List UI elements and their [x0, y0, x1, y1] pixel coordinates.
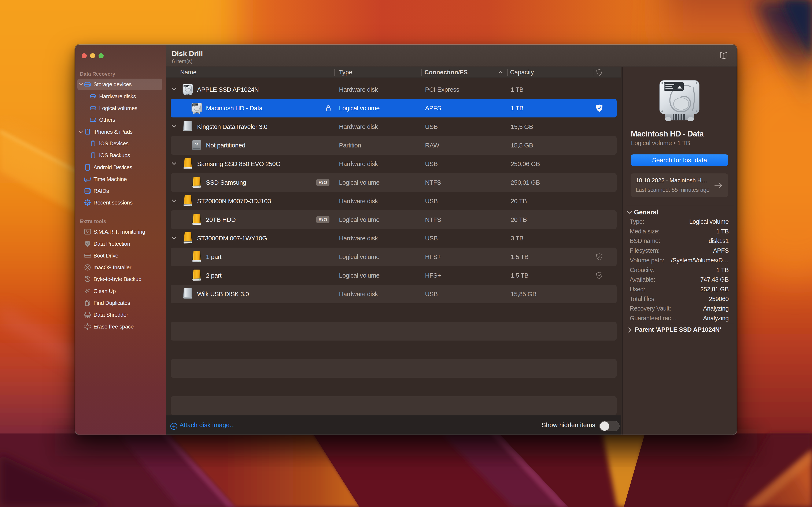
- svg-text:?: ?: [195, 141, 198, 148]
